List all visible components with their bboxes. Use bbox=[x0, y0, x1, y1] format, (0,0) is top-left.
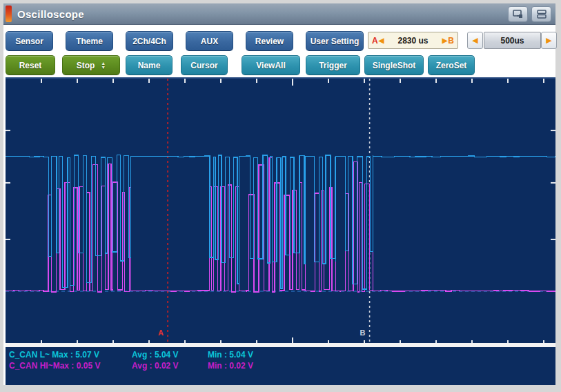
timebase-value: 500us bbox=[484, 32, 541, 49]
channel-1-avg: Avg : 5.04 V bbox=[132, 350, 179, 360]
cursor-b-label: B bbox=[448, 36, 454, 46]
printer-icon bbox=[536, 10, 547, 19]
cursor-b-marker[interactable]: B bbox=[360, 329, 366, 337]
channel-2-name: C_CAN HI~ bbox=[9, 361, 53, 371]
toolbar-row-1: Sensor Theme 2Ch/4Ch AUX Review User Set… bbox=[3, 31, 555, 50]
titlebar: Oscilloscope bbox=[3, 3, 555, 25]
channel-mode-button[interactable]: 2Ch/4Ch bbox=[126, 31, 173, 51]
cursor-b-arrow-icon: ▶ bbox=[442, 37, 448, 44]
screen-capture-button[interactable] bbox=[508, 6, 528, 22]
sensor-button[interactable]: Sensor bbox=[6, 31, 53, 51]
right-triangle-icon: ▶ bbox=[546, 36, 551, 45]
cursor-button[interactable]: Cursor bbox=[181, 55, 228, 75]
run-stop-button[interactable]: Stop ▲ ▼ bbox=[62, 55, 120, 75]
channel-1-max: Max : 5.07 V bbox=[52, 350, 99, 360]
waveform-canvas bbox=[6, 79, 555, 344]
name-button[interactable]: Name bbox=[126, 55, 173, 75]
cursor-delta-value: 2830 us bbox=[384, 36, 442, 46]
channel-2-max: Max : 0.05 V bbox=[53, 361, 101, 371]
theme-button[interactable]: Theme bbox=[66, 31, 113, 51]
cursor-ab-readout: A ◀ 2830 us ▶ B bbox=[368, 32, 458, 49]
aux-button[interactable]: AUX bbox=[186, 31, 233, 51]
print-button[interactable] bbox=[531, 6, 551, 22]
view-all-button[interactable]: ViewAll bbox=[242, 55, 300, 75]
single-shot-button[interactable]: SingleShot bbox=[364, 55, 424, 75]
channel-2-min: Min : 0.02 V bbox=[208, 361, 253, 371]
zero-set-button[interactable]: ZeroSet bbox=[428, 55, 475, 75]
app-flame-icon bbox=[6, 6, 12, 22]
stop-spinner-icon: ▲ ▼ bbox=[101, 61, 106, 70]
timebase-decrease-button[interactable]: ◀ bbox=[467, 32, 483, 49]
trigger-button[interactable]: Trigger bbox=[306, 55, 360, 75]
cursor-a-arrow-icon: ◀ bbox=[379, 37, 384, 44]
capture-icon bbox=[513, 10, 524, 19]
channel-2-measurements: C_CAN HI~Max : 0.05 V Avg : 0.02 V Min :… bbox=[6, 361, 555, 371]
review-button[interactable]: Review bbox=[246, 31, 293, 51]
reset-button[interactable]: Reset bbox=[6, 55, 55, 75]
timebase-increase-button[interactable]: ▶ bbox=[541, 32, 557, 49]
waveform-display[interactable]: A B bbox=[6, 77, 555, 347]
cursor-a-marker[interactable]: A bbox=[158, 329, 164, 337]
screen: { "window": { "title": "Oscilloscope" },… bbox=[0, 0, 561, 392]
channel-1-measurements: C_CAN L~ Max : 5.07 V Avg : 5.04 V Min :… bbox=[6, 350, 555, 360]
channel-2-avg: Avg : 0.02 V bbox=[132, 361, 179, 371]
window-title: Oscilloscope bbox=[17, 8, 84, 20]
cursor-a-label: A bbox=[372, 36, 378, 46]
channel-1-min: Min : 5.04 V bbox=[208, 350, 253, 360]
app-window: Oscilloscope Sensor Theme 2Ch/4Ch AUX Re… bbox=[3, 3, 555, 385]
left-triangle-icon: ◀ bbox=[472, 36, 478, 45]
toolbar-row-2: Reset Stop ▲ ▼ Name Cursor ViewAll Trigg… bbox=[3, 55, 555, 75]
measurement-bar: C_CAN L~ Max : 5.07 V Avg : 5.04 V Min :… bbox=[6, 347, 555, 385]
user-setting-button[interactable]: User Setting bbox=[306, 31, 364, 51]
channel-1-name: C_CAN L~ bbox=[9, 350, 52, 360]
